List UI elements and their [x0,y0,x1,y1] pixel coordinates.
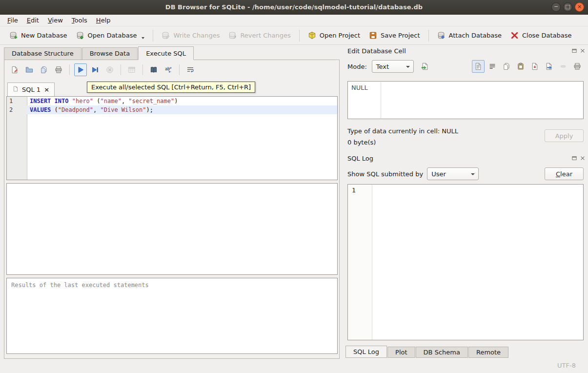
minimize-button[interactable]: − [551,2,561,12]
execute-sql-panel: ab SQL 1 × 1INSERT INTO "hero" ("name", … [4,60,340,359]
sql-tab-label: SQL 1 [22,86,41,93]
titlebar: DB Browser for SQLite - /home/user/code/… [0,0,588,15]
open-project-button[interactable]: Open Project [304,28,365,42]
open-sql-file-button[interactable] [23,63,36,76]
find-button[interactable] [147,63,160,76]
sql-log-filter-row: Show SQL submitted by User Clear [347,167,584,181]
save-results-button [125,63,138,76]
toolbar-button-label: Open Database [88,32,137,39]
tab-database-structure[interactable]: Database Structure [4,47,81,60]
line-number: 2 [7,105,27,114]
log-filter-value: User [431,170,446,178]
tab-execute-sql[interactable]: Execute SQL [138,46,194,60]
write-changes-button: Write Changes [157,28,224,42]
menu-file[interactable]: File [3,16,22,25]
results-placeholder: Results of the last executed statements [11,282,149,289]
import-from-file-button[interactable] [419,60,431,73]
open-project-icon [308,31,316,40]
export-cell-button[interactable] [543,60,555,73]
close-dock-icon[interactable] [579,48,586,54]
close-database-button[interactable]: Close Database [506,28,576,42]
dock-tab-plot[interactable]: Plot [387,347,415,358]
clear-button-label: Clear [556,170,572,178]
dock-tab-sql-log[interactable]: SQL Log [345,346,387,358]
tab-sql-1[interactable]: SQL 1 × [7,83,55,96]
edit-cell-dock-title: Edit Database Cell [347,47,406,55]
revert-changes-icon [228,31,237,40]
toolbar-separator [121,64,121,75]
word-wrap-cell-button[interactable] [486,60,499,73]
dropdown-arrow-icon[interactable] [142,37,144,39]
editor-line-1: 1INSERT INTO "hero" ("name", "secret_nam… [7,97,337,105]
save-project-button[interactable]: Save Project [365,28,425,42]
cell-size-info: 0 byte(s) [347,137,458,148]
execute-line-button[interactable] [89,63,101,76]
close-button[interactable]: × [575,2,584,12]
new-database-button[interactable]: New Database [5,28,72,42]
clear-button[interactable]: Clear [545,167,584,180]
window-title: DB Browser for SQLite - /home/user/code/… [0,0,588,15]
log-filter-label: Show SQL submitted by [347,170,423,178]
paste-cell-button[interactable] [514,60,527,73]
save-as-button[interactable] [528,60,541,73]
word-wrap-button[interactable] [184,63,197,76]
menu-help[interactable]: Help [92,16,115,25]
maximize-button[interactable]: □ [563,2,572,12]
new-sql-tab-button[interactable] [8,63,21,76]
close-database-icon [510,31,519,40]
cell-value: NULL [351,84,368,91]
save-project-icon [369,31,377,40]
float-dock-icon[interactable] [571,48,577,54]
toolbar-button-label: Write Changes [173,32,220,39]
statusbar: UTF-8 [0,359,588,373]
cell-editor[interactable]: NULL [347,81,584,119]
sql-log-view[interactable]: 1 [347,184,584,340]
text-view-button[interactable] [472,60,485,73]
mode-combo-value: Text [376,63,389,70]
mode-combo[interactable]: Text [372,60,414,73]
edit-cell-toolbar: Mode: Text [347,60,584,73]
menu-tools[interactable]: Tools [67,16,92,25]
main-tab-bar: Database StructureBrowse DataExecute SQL [4,46,194,60]
apply-button-label: Apply [555,132,573,140]
copy-cell-button[interactable] [500,60,513,73]
svg-text:ab: ab [165,67,170,71]
toolbar-separator [299,30,300,41]
menu-edit[interactable]: Edit [22,16,43,25]
dock-tab-db-schema[interactable]: DB Schema [416,347,468,358]
float-dock-icon[interactable] [571,155,577,162]
print-sql-button[interactable] [52,63,65,76]
menu-view[interactable]: View [43,16,67,25]
close-tab-icon[interactable]: × [44,86,49,93]
results-grid [6,183,338,275]
dock-tab-bar: SQL LogPlotDB SchemaRemote [345,346,509,358]
sql-editor[interactable]: 1INSERT INTO "hero" ("name", "secret_nam… [6,96,338,180]
window-controls: −□× [551,2,584,12]
log-filter-combo[interactable]: User [427,167,479,180]
execute-all-button[interactable] [74,63,87,76]
open-database-button[interactable]: Open Database [72,28,149,42]
attach-database-button[interactable]: Attach Database [433,28,506,42]
tooltip: Execute all/selected SQL [Ctrl+Return, F… [87,82,255,93]
results-message-area[interactable]: Results of the last executed statements [6,278,338,354]
log-line-numbers: 1 [348,185,372,340]
right-dock: Edit Database Cell Mode: Text NULL Type … [344,45,588,359]
print-cell-button[interactable] [571,60,584,73]
toolbar-separator [69,64,70,75]
write-changes-icon [162,31,170,40]
menubar: FileEditViewToolsHelp [0,15,588,26]
log-line-number: 1 [352,186,356,194]
close-dock-icon[interactable] [579,155,586,162]
toolbar-separator [428,30,429,41]
tab-browse-data[interactable]: Browse Data [82,47,138,60]
chevron-down-icon [471,173,475,175]
cell-info: Type of data currently in cell: NULL 0 b… [347,125,458,148]
dock-tab-remote[interactable]: Remote [468,347,508,358]
cell-tools-right [472,60,584,73]
save-sql-file-button[interactable] [38,63,50,76]
sql-log-dock-title: SQL Log [347,155,373,162]
find-replace-button[interactable]: ab [162,63,175,76]
chevron-down-icon [406,66,410,68]
sql-log-dock-header: SQL Log [347,153,586,163]
set-null-button [557,60,569,73]
